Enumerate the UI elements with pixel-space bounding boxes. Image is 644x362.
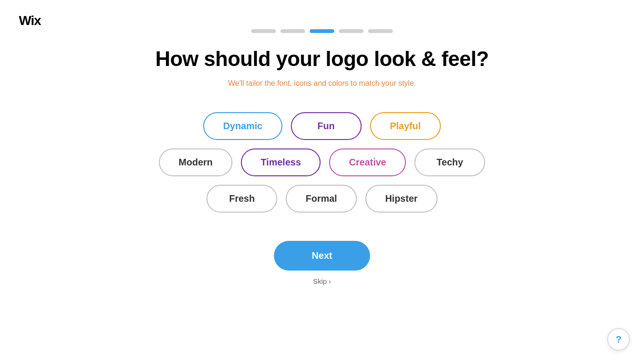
- options-row-2: Modern Timeless Creative Techy: [159, 148, 485, 176]
- main-content: How should your logo look & feel? We'll …: [0, 0, 644, 285]
- progress-step-5: [368, 29, 393, 33]
- page-subtitle: We'll tailor the font, icons and colors …: [228, 79, 416, 88]
- wix-logo: Wix: [19, 13, 41, 28]
- options-container: Dynamic Fun Playful Modern Timeless Crea…: [159, 112, 485, 213]
- progress-step-2: [281, 29, 305, 33]
- option-hipster[interactable]: Hipster: [365, 185, 438, 213]
- progress-step-3: [310, 29, 334, 33]
- skip-label: Skip: [313, 277, 327, 285]
- progress-step-4: [339, 29, 363, 33]
- option-techy[interactable]: Techy: [414, 148, 485, 176]
- options-row-3: Fresh Formal Hipster: [206, 185, 438, 213]
- page-title: How should your logo look & feel?: [155, 47, 488, 71]
- progress-bar: [251, 29, 393, 33]
- option-fresh[interactable]: Fresh: [206, 185, 277, 213]
- skip-chevron-icon: ›: [329, 277, 331, 285]
- progress-step-1: [251, 29, 276, 33]
- option-formal[interactable]: Formal: [286, 185, 357, 213]
- help-icon: ?: [616, 334, 621, 345]
- option-timeless[interactable]: Timeless: [241, 148, 321, 176]
- option-modern[interactable]: Modern: [159, 148, 232, 176]
- option-playful[interactable]: Playful: [370, 112, 441, 140]
- skip-link[interactable]: Skip ›: [313, 277, 331, 285]
- option-creative[interactable]: Creative: [329, 148, 406, 176]
- option-fun[interactable]: Fun: [291, 112, 362, 140]
- option-dynamic[interactable]: Dynamic: [203, 112, 282, 140]
- options-row-1: Dynamic Fun Playful: [203, 112, 440, 140]
- next-button[interactable]: Next: [274, 241, 370, 271]
- help-button[interactable]: ?: [607, 328, 630, 351]
